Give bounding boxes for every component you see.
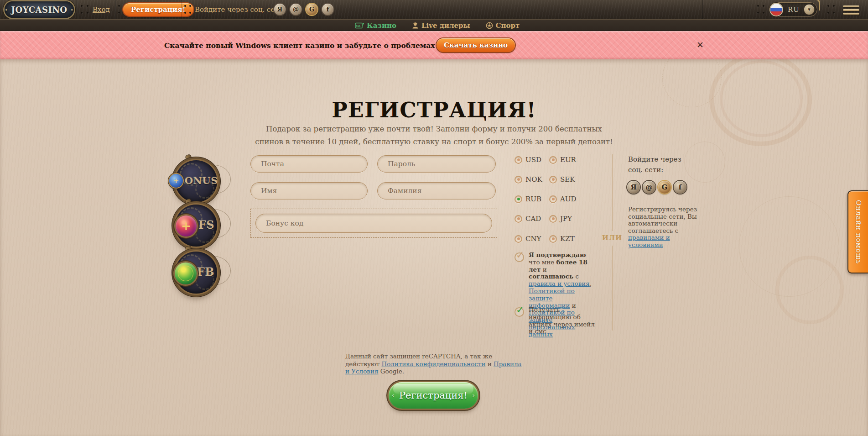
radio-button[interactable] [549,215,557,223]
currency-label: SEK [560,175,575,184]
yandex-login-icon[interactable]: Я [627,181,640,194]
currency-label: CNY [525,235,541,243]
privacy-policy-link[interactable]: Политика конфиденциальности [381,360,485,368]
vertical-divider [612,246,613,331]
age-terms-checkbox[interactable]: ✓ [515,252,524,262]
svg-text:$$$: $$$ [356,24,361,27]
rivet-dots [833,5,835,7]
rivet-dots [827,5,829,7]
currency-option-eur[interactable]: EUR [549,156,584,164]
joycasino-logo[interactable]: JOYCASINO [5,1,74,18]
or-separator: ИЛИ [601,234,623,242]
radio-button[interactable] [549,156,557,164]
social-column-heading: Войдите через соц. сети: [628,154,686,175]
currency-row: RUB AUD [515,195,584,203]
main-nav: $$$ Казино Live дилеры Спорт [0,19,868,31]
tab-casino[interactable]: $$$ Казино [355,21,396,30]
hamburger-menu-button[interactable] [843,5,859,15]
currency-label: EUR [560,156,576,164]
currency-option-nok[interactable]: NOK [515,175,549,184]
sketch-decoration [739,196,839,297]
promo-checkbox[interactable]: ✓ [515,307,524,317]
pipe-decoration [815,0,820,11]
bold-text: соглашаюсь [529,273,573,280]
check-icon: ✓ [516,249,524,261]
last-name-field[interactable] [378,183,495,199]
facebook-login-icon[interactable]: f [674,181,686,194]
rivet-dots [118,5,120,7]
header-register-button[interactable]: Регистрация! [123,3,193,16]
page-title: РЕГИСТРАЦИЯ! [0,98,868,122]
password-field-wrap [377,155,496,173]
register-submit-button[interactable]: ‹ Регистрация! › [389,382,478,409]
password-field[interactable] [378,156,495,172]
rivet-dots [184,5,186,7]
currency-option-jpy[interactable]: JPY [549,215,584,223]
download-banner: Скачайте новый Windows клиент казино и з… [0,31,868,59]
currency-option-cny[interactable]: CNY [515,235,549,243]
last-name-field-wrap [377,182,496,200]
tab-label: Спорт [496,21,520,30]
check-icon: ✓ [516,304,524,315]
first-name-field[interactable] [251,183,367,199]
currency-label: USD [525,156,541,164]
bonus-code-field[interactable] [256,214,492,232]
vertical-divider [612,154,613,231]
recaptcha-note: Данный сайт защищен reCAPTCHA, а так же … [345,352,527,375]
slot-machine-icon: $$$ [355,22,364,29]
language-selector[interactable]: RU ▾ [769,2,817,16]
email-field-wrap [250,155,368,173]
radio-button[interactable] [515,176,522,184]
currency-option-sek[interactable]: SEK [549,175,584,184]
currency-row: NOK SEK [515,175,584,184]
first-name-field-wrap [250,182,368,200]
online-help-tab[interactable]: Онлайн помощь [847,190,868,273]
currency-label: NOK [525,175,542,184]
facebook-login-icon[interactable]: f [322,4,333,15]
close-icon[interactable]: ✕ [695,39,706,50]
terms-link[interactable]: правилами и условиями [628,234,670,248]
mailru-login-icon[interactable]: @ [290,4,301,15]
mailru-login-icon[interactable]: @ [643,181,655,194]
currency-option-usd[interactable]: USD [515,156,549,164]
registration-page: РЕГИСТРАЦИЯ! Подарок за регистрацию уже … [0,59,868,436]
currency-option-kzt[interactable]: KZT [549,235,584,243]
download-casino-button[interactable]: Скачать казино [437,38,515,52]
promo-checkbox-text: Получать информацию об акциях через имей… [529,306,598,335]
radio-button[interactable] [515,215,522,223]
russia-flag-icon [770,4,782,16]
currency-label: CAD [525,215,541,223]
badge-label: FB [197,265,214,278]
tab-sport[interactable]: Спорт [486,21,520,30]
left-arrow-icon: ‹ [392,391,395,399]
rivet-dots [763,5,764,7]
yandex-login-icon[interactable]: Я [274,4,286,15]
bonus-code-field-wrap [255,214,492,233]
currency-option-aud[interactable]: AUD [549,195,584,203]
currency-option-rub[interactable]: RUB [515,195,549,203]
tab-live-dealers[interactable]: Live дилеры [412,21,470,30]
dealer-person-icon [412,22,419,29]
currency-row: CNY KZT [515,235,584,243]
google-login-icon[interactable]: G [658,181,671,194]
radio-button[interactable] [549,235,557,243]
language-code: RU [788,5,800,14]
radio-button[interactable] [515,156,522,164]
radio-button[interactable] [515,235,522,243]
chevron-down-icon[interactable]: ▾ [804,5,814,15]
login-link[interactable]: Вход [93,5,110,14]
social-terms-note: Регистрируясь через социальные сети, Вы … [628,206,700,249]
freespins-orb-icon: + [176,215,197,236]
bonus-orb-icon: + [169,174,183,188]
email-field[interactable] [251,156,367,172]
google-login-icon[interactable]: G [306,4,317,15]
radio-button[interactable] [549,176,557,184]
radio-button[interactable] [515,195,522,203]
header-seam [182,0,182,19]
currency-option-cad[interactable]: CAD [515,215,549,223]
badge-label: FS [198,218,214,231]
radio-button[interactable] [549,195,557,203]
rivet-dots [189,5,191,7]
terms-link[interactable]: правила и условия [529,280,590,287]
rivet-dots [81,5,83,7]
